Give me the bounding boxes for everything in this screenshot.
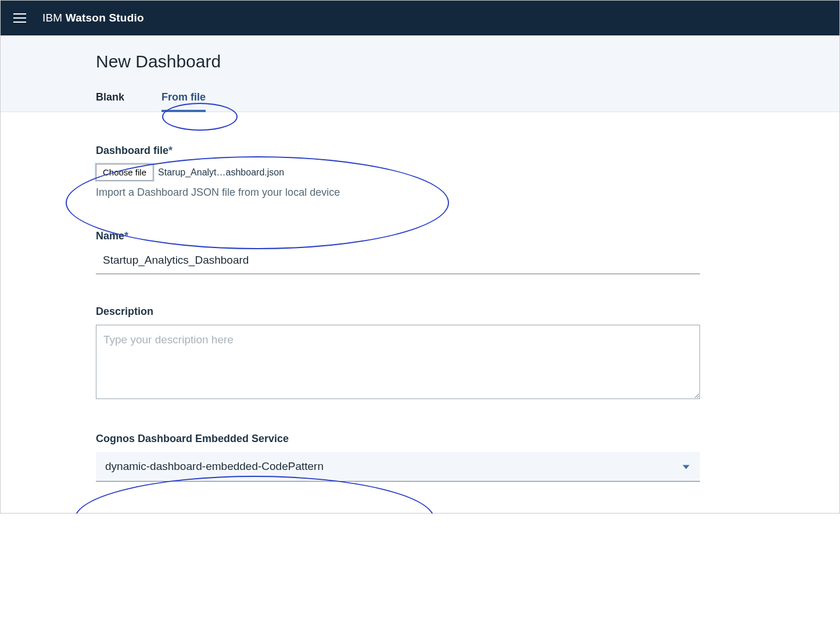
description-textarea[interactable] [96, 325, 700, 399]
dashboard-file-hint: Import a Dashboard JSON file from your l… [96, 186, 700, 199]
subheader: New Dashboard Blank From file [1, 35, 839, 112]
form-content: Dashboard file* Choose file Starup_Analy… [96, 112, 700, 482]
chevron-down-icon [683, 465, 690, 469]
cognos-service-select[interactable]: dynamic-dashboard-embedded-CodePattern [96, 452, 700, 482]
choose-file-button[interactable]: Choose file [96, 164, 153, 181]
brand-name: Watson Studio [66, 12, 144, 24]
dashboard-file-field: Dashboard file* Choose file Starup_Analy… [96, 145, 700, 199]
dashboard-file-label: Dashboard file* [96, 145, 700, 157]
cognos-service-value: dynamic-dashboard-embedded-CodePattern [105, 460, 324, 473]
page-title: New Dashboard [96, 52, 839, 71]
hamburger-menu-icon[interactable] [13, 13, 26, 23]
tabs: Blank From file [96, 91, 839, 112]
tab-blank[interactable]: Blank [96, 91, 124, 112]
name-label: Name* [96, 230, 700, 242]
cognos-service-label: Cognos Dashboard Embedded Service [96, 433, 700, 445]
name-input[interactable] [96, 249, 700, 274]
brand-title: IBM Watson Studio [42, 12, 144, 24]
required-mark: * [168, 145, 173, 156]
tab-from-file[interactable]: From file [161, 91, 206, 112]
required-mark: * [124, 230, 128, 242]
description-label: Description [96, 306, 700, 318]
cognos-service-field: Cognos Dashboard Embedded Service dynami… [96, 433, 700, 482]
description-field: Description [96, 306, 700, 401]
brand-prefix: IBM [42, 12, 66, 24]
name-field: Name* [96, 230, 700, 274]
selected-file-name: Starup_Analyt…ashboard.json [158, 167, 284, 178]
top-nav-bar: IBM Watson Studio [1, 1, 839, 35]
